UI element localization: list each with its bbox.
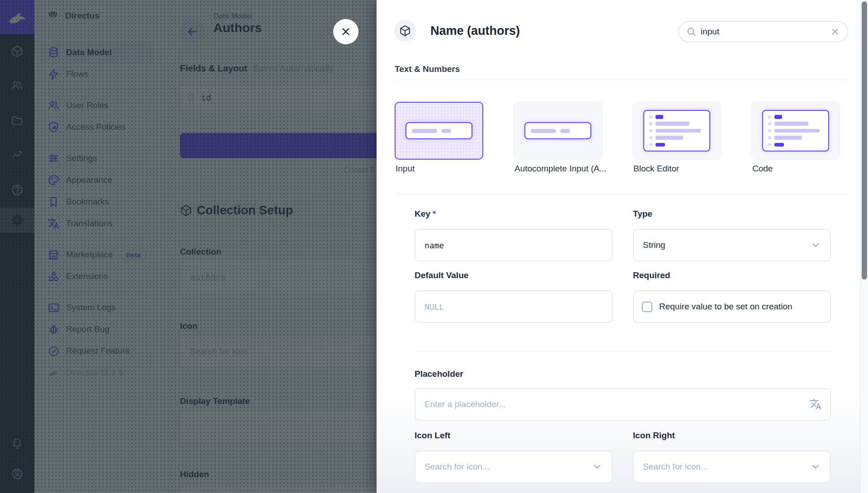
required-asterisk: * bbox=[433, 209, 436, 218]
chevron-down-icon bbox=[810, 461, 821, 472]
chevron-down-icon bbox=[810, 240, 821, 251]
drawer-overlay[interactable] bbox=[0, 0, 377, 493]
type-label: Type bbox=[633, 209, 652, 219]
interface-search bbox=[678, 21, 848, 43]
placeholder-input[interactable] bbox=[415, 388, 831, 421]
icon-right-label: Icon Right bbox=[633, 431, 675, 441]
interface-card-label: Code bbox=[752, 164, 773, 174]
clear-search-icon[interactable] bbox=[830, 27, 840, 37]
interface-card-label: Autocomplete Input (A... bbox=[514, 164, 607, 174]
options-divider bbox=[415, 351, 831, 351]
interface-card-label: Input bbox=[396, 164, 415, 174]
field-config-drawer: Name (authors) Text & Numbers Input Auto… bbox=[377, 0, 868, 493]
translate-icon[interactable] bbox=[809, 398, 822, 411]
required-checkbox[interactable] bbox=[642, 302, 652, 312]
interface-card-autocomplete[interactable] bbox=[514, 102, 602, 160]
placeholder-label: Placeholder bbox=[415, 369, 463, 379]
required-checkbox-label: Require value to be set on creation bbox=[659, 302, 793, 312]
blocks-preview bbox=[643, 110, 710, 152]
required-label: Required bbox=[633, 270, 670, 280]
drawer-close-button[interactable] bbox=[333, 19, 359, 44]
box-icon bbox=[399, 25, 411, 37]
icon-right-select[interactable]: Search for icon... bbox=[633, 450, 831, 483]
scrollbar-thumb[interactable] bbox=[862, 1, 867, 280]
interface-group-heading: Text & Numbers bbox=[395, 64, 460, 74]
search-icon bbox=[686, 27, 696, 37]
default-value-input[interactable] bbox=[415, 290, 613, 323]
chevron-down-icon bbox=[592, 461, 603, 472]
group-divider bbox=[395, 80, 849, 80]
cards-divider bbox=[395, 193, 849, 194]
interface-card-block-editor[interactable] bbox=[632, 102, 721, 160]
drawer-title: Name (authors) bbox=[430, 24, 520, 38]
drawer-badge bbox=[394, 20, 416, 42]
scrollbar-track[interactable] bbox=[860, 0, 868, 493]
required-field: Require value to be set on creation bbox=[633, 290, 831, 323]
placeholder-field bbox=[415, 388, 831, 421]
interface-search-input[interactable] bbox=[701, 27, 826, 37]
input-preview bbox=[406, 122, 472, 139]
interface-card-code[interactable] bbox=[751, 102, 840, 160]
blocks-preview bbox=[762, 110, 829, 152]
type-select[interactable]: String bbox=[633, 229, 831, 261]
key-input[interactable] bbox=[415, 229, 613, 261]
default-value-label: Default Value bbox=[415, 270, 468, 280]
app-root: Directus Data Model Flows User Roles Acc… bbox=[0, 0, 868, 493]
interface-card-input[interactable] bbox=[395, 102, 483, 160]
interface-card-label: Block Editor bbox=[633, 164, 679, 174]
close-icon bbox=[340, 26, 352, 38]
key-label: Key* bbox=[415, 209, 436, 219]
icon-left-label: Icon Left bbox=[415, 431, 450, 441]
icon-left-select[interactable]: Search for icon... bbox=[415, 450, 613, 483]
input-preview bbox=[524, 122, 591, 139]
